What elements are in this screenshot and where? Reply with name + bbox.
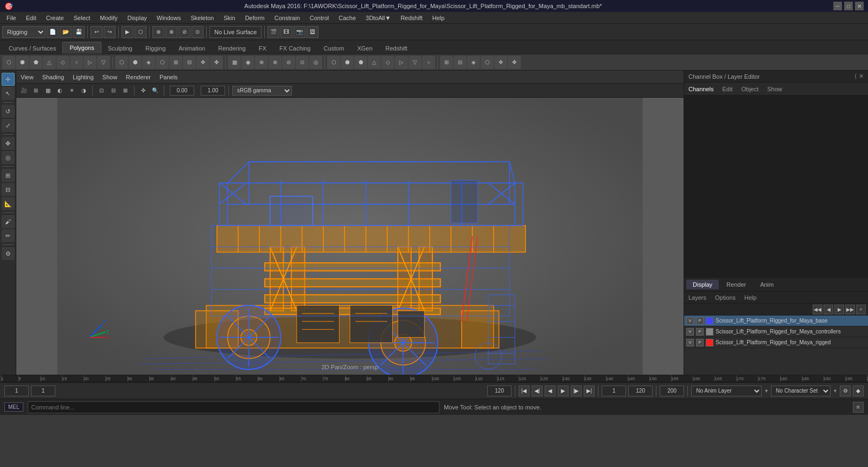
paint-tool[interactable]: 🖌 bbox=[2, 215, 15, 228]
menu-item-modify[interactable]: Modify bbox=[95, 14, 122, 22]
tool-tool22[interactable]: ▽ bbox=[409, 56, 422, 69]
vp-zoom-btn[interactable]: 🔍 bbox=[150, 85, 161, 96]
tool-poly-cylinder[interactable]: ⬟ bbox=[29, 56, 42, 69]
vp-smooth-btn[interactable]: ◐ bbox=[54, 85, 65, 96]
vp-menu-view[interactable]: View bbox=[21, 74, 34, 80]
tool-tool1[interactable]: ⬡ bbox=[115, 56, 128, 69]
menu-item-edit[interactable]: Edit bbox=[22, 14, 41, 22]
frame-end-input[interactable] bbox=[487, 386, 512, 396]
menu-item-select[interactable]: Select bbox=[69, 14, 95, 22]
select-tool-button[interactable]: ▶ bbox=[122, 26, 133, 38]
tab-fx[interactable]: FX bbox=[252, 43, 273, 54]
tab-custom[interactable]: Custom bbox=[317, 43, 351, 54]
save-file-button[interactable]: 💾 bbox=[73, 26, 85, 38]
vp-camera-btn[interactable]: 🎥 bbox=[18, 85, 29, 96]
play-back-button[interactable]: ◀ bbox=[545, 386, 556, 396]
frame-current-input[interactable] bbox=[31, 386, 55, 396]
grid-toggle[interactable]: ⊟ bbox=[2, 183, 15, 196]
tool-poly-sphere[interactable]: ⬡ bbox=[2, 56, 15, 69]
layer-subtab-options[interactable]: Options bbox=[715, 294, 736, 301]
goto-end-button[interactable]: ▶| bbox=[584, 386, 595, 396]
tab-curvessurfaces[interactable]: Curves / Surfaces bbox=[2, 43, 62, 54]
menu-item-windows[interactable]: Windows bbox=[152, 14, 186, 22]
minimize-button[interactable]: ─ bbox=[833, 2, 842, 10]
tool-tool14[interactable]: ⊙ bbox=[296, 56, 309, 69]
playback-start-input[interactable] bbox=[602, 386, 626, 396]
tool-tool12[interactable]: ⊗ bbox=[269, 56, 282, 69]
tool-tool6[interactable]: ⊟ bbox=[183, 56, 196, 69]
tool-right4[interactable]: ⬠ bbox=[481, 56, 494, 69]
tool-tool3[interactable]: ◈ bbox=[142, 56, 155, 69]
tab-sculpting[interactable]: Sculpting bbox=[101, 43, 139, 54]
vp-val2-input[interactable] bbox=[201, 86, 225, 96]
vp-light-btn[interactable]: ☀ bbox=[66, 85, 77, 96]
vp-menu-lighting[interactable]: Lighting bbox=[73, 74, 94, 80]
playback-speed-input[interactable] bbox=[660, 386, 684, 396]
layer-p-btn[interactable]: P bbox=[696, 339, 704, 346]
lasso-tool-button[interactable]: ⬡ bbox=[135, 26, 146, 38]
char-set-options-btn[interactable]: ⚙ bbox=[840, 386, 851, 396]
menu-item-create[interactable]: Create bbox=[42, 14, 68, 22]
step-back-button[interactable]: ◀| bbox=[532, 386, 542, 396]
tool-right1[interactable]: ⊞ bbox=[440, 56, 453, 69]
cb-tab-show[interactable]: Show bbox=[767, 86, 782, 92]
render-btn2[interactable]: 🎞 bbox=[280, 26, 292, 38]
layer-v-btn[interactable]: V bbox=[686, 317, 694, 325]
tool-poly-cube[interactable]: ⬢ bbox=[16, 56, 29, 69]
layer-add-btn[interactable]: + bbox=[856, 305, 866, 314]
sculpt-tool[interactable]: ✏ bbox=[2, 229, 15, 242]
vp-iso-btn[interactable]: ⊡ bbox=[96, 85, 107, 96]
select-tool[interactable]: ↖ bbox=[2, 87, 15, 100]
cb-tab-object[interactable]: Object bbox=[741, 86, 758, 92]
tool-tool4[interactable]: ⬠ bbox=[156, 56, 169, 69]
tool-right2[interactable]: ⊟ bbox=[454, 56, 467, 69]
layer-v-btn[interactable]: V bbox=[686, 339, 694, 346]
menu-item-skin[interactable]: Skin bbox=[219, 14, 239, 22]
tab-xgen[interactable]: XGen bbox=[350, 43, 379, 54]
vp-menu-renderer[interactable]: Renderer bbox=[126, 74, 151, 80]
snap1-button[interactable]: ⊕ bbox=[152, 26, 164, 38]
tool-poly-pyramid[interactable]: ▽ bbox=[97, 56, 110, 69]
menu-item-file[interactable]: File bbox=[2, 14, 21, 22]
tool-tool19[interactable]: △ bbox=[368, 56, 381, 69]
move-tool[interactable]: ✛ bbox=[2, 73, 15, 86]
layer-tab-anim[interactable]: Anim bbox=[754, 280, 780, 289]
step-forward-button[interactable]: |▶ bbox=[571, 386, 582, 396]
cb-tab-channels[interactable]: Channels bbox=[688, 86, 713, 92]
tool-tool16[interactable]: ⬡ bbox=[327, 56, 340, 69]
tool-tool18[interactable]: ⬟ bbox=[354, 56, 367, 69]
soft-select[interactable]: ◎ bbox=[2, 151, 15, 164]
vp-grid-btn[interactable]: ⊞ bbox=[30, 85, 41, 96]
layer-p-btn[interactable]: P bbox=[696, 328, 704, 336]
tool-tool11[interactable]: ⊕ bbox=[255, 56, 268, 69]
layer-subtab-help[interactable]: Help bbox=[744, 294, 757, 301]
timeline-ruler[interactable]: 1510152025303540455055606570758085909510… bbox=[1, 375, 867, 382]
tool-right5[interactable]: ✥ bbox=[494, 56, 507, 69]
menu-item-redshift[interactable]: Redshift bbox=[396, 14, 426, 22]
tool-tool2[interactable]: ⬢ bbox=[129, 56, 142, 69]
render-btn4[interactable]: 🖼 bbox=[307, 26, 318, 38]
frame-start-input[interactable] bbox=[4, 386, 29, 396]
layer-v-btn[interactable]: V bbox=[686, 328, 694, 336]
layer-back-btn[interactable]: ◀ bbox=[824, 305, 833, 314]
layer-row[interactable]: VPScissor_Lift_Platform_Rigged_for_Maya_… bbox=[684, 315, 868, 326]
tool-right3[interactable]: ◈ bbox=[467, 56, 480, 69]
layer-row[interactable]: VPScissor_Lift_Platform_Rigged_for_Maya_… bbox=[684, 337, 868, 348]
tool-poly-torus[interactable]: ○ bbox=[70, 56, 83, 69]
layer-fwd-btn[interactable]: ▶ bbox=[834, 305, 844, 314]
tab-rigging[interactable]: Rigging bbox=[139, 43, 172, 54]
snap4-button[interactable]: ⊙ bbox=[192, 26, 203, 38]
render-btn3[interactable]: 📷 bbox=[293, 26, 305, 38]
tool-tool15[interactable]: ◎ bbox=[309, 56, 322, 69]
ruler-tool[interactable]: 📐 bbox=[2, 197, 15, 210]
vp-menu-show[interactable]: Show bbox=[103, 74, 118, 80]
tool-tool20[interactable]: ◇ bbox=[381, 56, 394, 69]
viewport-canvas[interactable]: X Y Z 2D Pan/Zoom : persp bbox=[16, 98, 684, 375]
goto-start-button[interactable]: |◀ bbox=[519, 386, 529, 396]
vp-menu-panels[interactable]: Panels bbox=[159, 74, 178, 80]
cb-close-icon[interactable]: ✕ bbox=[859, 73, 864, 80]
new-file-button[interactable]: 📄 bbox=[47, 26, 59, 38]
tool-tool7[interactable]: ✥ bbox=[196, 56, 209, 69]
tool-tool5[interactable]: ⊞ bbox=[169, 56, 182, 69]
menu-item-control[interactable]: Control bbox=[305, 14, 333, 22]
